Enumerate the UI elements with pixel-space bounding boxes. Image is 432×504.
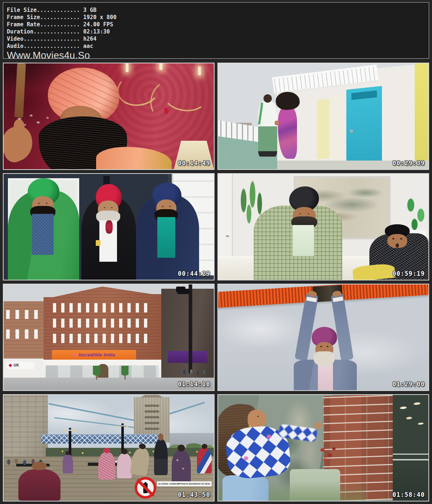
red-cravat (105, 220, 113, 234)
bank-logo-icon (9, 364, 12, 367)
timestamp-overlay: 01:43:50 (178, 491, 210, 498)
blue-jeans (222, 475, 269, 501)
topiary-tree (121, 366, 129, 379)
timestamp-overlay: 01:29:00 (392, 381, 425, 388)
window-row (6, 310, 41, 319)
warning-text: ALCOHOL CONSUMPTION IS INJURIOUS TO HEAL… (158, 483, 211, 485)
duration-line: Duration.............. 02:13:30 (7, 28, 429, 35)
bridge-deck (41, 434, 163, 444)
no-alcohol-icon (135, 477, 156, 499)
site-watermark: Www.Movies4u.So (7, 50, 429, 61)
candle-light (198, 67, 201, 75)
window-row (6, 329, 41, 339)
screenshot-6: 01:29:00 (217, 284, 429, 391)
man-face (32, 196, 54, 214)
screenshot-3: 00:44:29 (3, 173, 215, 280)
waiter (154, 439, 168, 475)
dancing-woman (278, 106, 297, 159)
candle-light (159, 63, 162, 70)
pedestrians (180, 365, 208, 379)
screenshot-grid: 00:14:49 00:29:39 (3, 63, 429, 501)
chandelier (113, 63, 212, 127)
dancing-man (258, 102, 277, 157)
pocket-square (96, 240, 101, 246)
man-green-turban (8, 191, 80, 280)
screenshot-4: 00:59:19 (217, 173, 429, 280)
man-plaid-suit (254, 206, 342, 280)
yellow-door (415, 63, 428, 169)
timestamp-overlay: 00:44:29 (178, 270, 210, 277)
left-brick-building (4, 301, 44, 363)
restaurant-storefront (44, 360, 161, 380)
cyan-door (346, 86, 382, 167)
screenshot-2: 00:29:39 (217, 63, 429, 170)
purple-storefront (168, 351, 208, 363)
foreground-man (18, 469, 60, 501)
frame-rate-line: Frame Rate............ 24.00 FPS (7, 21, 429, 28)
window-row (53, 319, 152, 328)
elder-red-turban (81, 197, 136, 280)
cream-door (330, 94, 344, 161)
suspension-cable (168, 402, 204, 415)
file-size-line: File Size............. 3 GB (7, 6, 429, 14)
pale-green-shirt (293, 225, 314, 256)
screenshot-1: 00:14:49 (3, 63, 215, 170)
topiary-tree (93, 366, 100, 379)
window-row (53, 303, 152, 312)
man-navy-turban (136, 195, 199, 280)
candle-light (126, 63, 129, 72)
screenshot-7: ALCOHOL CONSUMPTION IS INJURIOUS TO HEAL… (3, 394, 215, 501)
bank-sign: UK (7, 362, 34, 369)
video-codec-line: Video................. h264 (7, 35, 429, 42)
blue-shirt (32, 214, 54, 255)
frame-size-line: Frame Size............ 1920 x 800 (7, 14, 429, 21)
audio-codec-line: Audio................. aac (7, 42, 429, 50)
shocked-face (387, 234, 408, 248)
timestamp-overlay: 00:14:49 (178, 159, 210, 167)
restaurant-sign: Incredible India (52, 350, 136, 359)
man-red-jacket (197, 448, 212, 473)
warning-text-strip: ALCOHOL CONSUMPTION IS INJURIOUS TO HEAL… (157, 481, 212, 486)
timestamp-overlay: 01:58:40 (392, 491, 425, 498)
screenshot-5: UK Incredible India 01:14:10 (3, 284, 215, 391)
woman-face (248, 410, 267, 429)
man-pink-turban (98, 452, 115, 480)
timestamp-overlay: 00:59:19 (392, 270, 425, 277)
man-face (156, 199, 176, 217)
pale-yellow-door (317, 99, 329, 159)
elder-face (98, 201, 119, 219)
shop-window (393, 395, 428, 501)
restaurant-sign-text: Incredible India (78, 352, 115, 357)
window-row (53, 334, 152, 343)
media-info-panel: File Size............. 3 GB Frame Size..… (3, 2, 429, 59)
suspension-cable (49, 403, 140, 422)
red-flowers (315, 444, 340, 465)
worried-face (293, 207, 316, 225)
bank-sign-text: UK (14, 363, 19, 367)
white-beard (314, 351, 335, 366)
robe-shoulder (96, 147, 172, 170)
standing-person (63, 454, 73, 473)
street-lamp (189, 284, 193, 373)
timestamp-overlay: 00:29:39 (392, 159, 425, 167)
seated-woman (117, 453, 132, 479)
timestamp-overlay: 01:14:10 (178, 381, 210, 388)
screenshot-8: 01:58:40 (217, 394, 429, 501)
teal-shirt (157, 217, 175, 258)
hanging-man-head (312, 327, 337, 363)
